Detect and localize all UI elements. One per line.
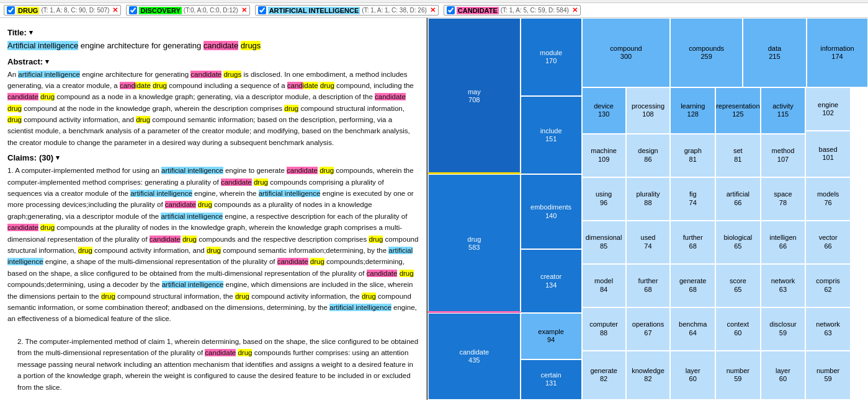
kw-chip-discovery[interactable]: DISCOVERY (T:0, A:0, C:0, D:12) ✕ (126, 5, 249, 15)
cell-count-disclosur: 59 (779, 329, 787, 337)
treemap-cell-network[interactable]: network 63 (761, 264, 806, 307)
treemap-cell-representation[interactable]: representation 125 (715, 87, 761, 134)
cell-label-models: models (817, 190, 839, 198)
ai-highlight: Artificial intelligence (7, 41, 78, 50)
treemap-cell-data[interactable]: data 215 (743, 18, 807, 87)
treemap-cell-layer2[interactable]: layer 60 (761, 351, 806, 400)
abstract-chevron[interactable]: ▾ (45, 58, 49, 66)
treemap-cell-may[interactable]: may 708 (428, 18, 521, 174)
cell-count-models: 76 (824, 199, 831, 207)
kw-chip-candidate[interactable]: CANDIDATE (T: 1, A: 5, C: 59, D: 584) ✕ (444, 5, 581, 15)
treemap-cell-knowledge[interactable]: knowledge 82 (626, 351, 671, 400)
treemap-cell-used[interactable]: used 74 (626, 221, 671, 264)
kw-chip-drug[interactable]: DRUG (T: 1, A: 8, C: 90, D: 507) ✕ (4, 5, 121, 15)
treemap-cell-layer[interactable]: layer 60 (670, 351, 715, 400)
claims-chevron[interactable]: ▾ (56, 154, 60, 162)
treemap-cell-generate2[interactable]: generate 68 (670, 264, 715, 307)
treemap-cell-further2[interactable]: further 68 (670, 221, 715, 264)
treemap-cell-vector[interactable]: vector 66 (805, 221, 851, 264)
cell-label-using: using (596, 190, 612, 198)
treemap-cell-learning[interactable]: learning 128 (670, 87, 715, 134)
cell-count-fig: 74 (689, 199, 697, 207)
kw-close-discovery[interactable]: ✕ (241, 6, 247, 14)
treemap-cell-compound[interactable]: compound 300 (582, 18, 671, 87)
cell-label-disclosur: disclosur (769, 320, 796, 328)
treemap-cell-machine[interactable]: machine 109 (582, 134, 626, 177)
cell-count-space: 78 (779, 199, 787, 207)
treemap-cell-space[interactable]: space 78 (761, 177, 806, 221)
treemap-cell-models[interactable]: models 76 (805, 177, 851, 221)
cell-count-graph: 81 (689, 156, 697, 164)
kw-detail-discovery: (T:0, A:0, C:0, D:12) (184, 7, 238, 14)
cell-count-further2: 68 (689, 242, 697, 250)
kw-close-artificial_intelligence[interactable]: ✕ (430, 6, 436, 14)
kw-checkbox-candidate[interactable] (447, 6, 455, 14)
cell-count-processing: 108 (642, 110, 653, 118)
treemap-cell-compounds[interactable]: compounds 259 (670, 18, 742, 87)
treemap-cell-graph[interactable]: graph 81 (670, 134, 715, 177)
treemap-cell-fig[interactable]: fig 74 (670, 177, 715, 221)
kw-checkbox-discovery[interactable] (129, 6, 137, 14)
cell-label-activity: activity (772, 102, 794, 110)
treemap-cell-creator[interactable]: creator 134 (521, 249, 582, 313)
treemap-cell-operations[interactable]: operations 67 (626, 307, 671, 351)
cell-label-design: design (638, 147, 658, 155)
cell-label-candidate: candidate (459, 348, 489, 356)
treemap-cell-context[interactable]: context 60 (715, 307, 761, 351)
treemap-cell-artificial[interactable]: artificial 66 (715, 177, 761, 221)
cell-label-dimensional: dimensional (586, 234, 622, 242)
treemap-container[interactable]: may 708 drug 583 candidate 435 module 17… (428, 18, 868, 400)
cell-label-knowledge: knowledge (632, 367, 664, 375)
treemap-cell-compris[interactable]: compris 62 (805, 264, 851, 307)
cell-label-plurality: plurality (637, 190, 660, 198)
title-chevron[interactable]: ▾ (29, 29, 33, 37)
kw-label-artificial_intelligence: ARTIFICIAL INTELLIGENCE (268, 7, 360, 14)
cell-count-computer: 88 (600, 329, 607, 337)
treemap-cell-computer[interactable]: computer 88 (582, 307, 626, 351)
cell-label-processing: processing (632, 102, 664, 110)
treemap-cell-include[interactable]: include 151 (521, 96, 582, 174)
kw-checkbox-drug[interactable] (7, 6, 15, 14)
kw-close-drug[interactable]: ✕ (112, 6, 118, 14)
cell-count-engine: 102 (822, 109, 833, 117)
treemap-cell-drug[interactable]: drug 583 (428, 174, 521, 313)
treemap-cell-information[interactable]: information 174 (807, 18, 868, 87)
treemap-cell-embodiments[interactable]: embodiments 140 (521, 174, 582, 249)
treemap-cell-set[interactable]: set 81 (715, 134, 761, 177)
kw-chip-artificial_intelligence[interactable]: ARTIFICIAL INTELLIGENCE (T: 1, A: 1, C: … (255, 5, 439, 15)
treemap-cell-dimensional[interactable]: dimensional 85 (582, 221, 626, 264)
treemap-cell-disclosur[interactable]: disclosur 59 (761, 307, 806, 351)
claims-label: Claims: (7, 153, 37, 162)
treemap-cell-design[interactable]: design 86 (626, 134, 671, 177)
treemap-cell-activity[interactable]: activity 115 (761, 87, 806, 134)
treemap-cell-number2[interactable]: number 59 (805, 351, 851, 400)
kw-checkbox-artificial_intelligence[interactable] (258, 6, 266, 14)
treemap-cell-certain[interactable]: certain 131 (521, 359, 582, 400)
cell-count-information: 174 (831, 53, 843, 61)
treemap-cell-module[interactable]: module 170 (521, 18, 582, 96)
treemap-cell-device[interactable]: device 130 (582, 87, 626, 134)
treemap-cell-example[interactable]: example 94 (521, 313, 582, 359)
treemap-cell-using[interactable]: using 96 (582, 177, 626, 221)
treemap-cell-method[interactable]: method 107 (761, 134, 806, 177)
cell-count-plurality: 88 (644, 199, 651, 207)
cell-count-embodiments: 140 (545, 212, 557, 220)
treemap-cell-intelligen[interactable]: intelligen 66 (761, 221, 806, 264)
treemap-cell-benchma[interactable]: benchma 64 (670, 307, 715, 351)
treemap-cell-model[interactable]: model 84 (582, 264, 626, 307)
treemap-cell-number[interactable]: number 59 (715, 351, 761, 400)
treemap-cell-generate[interactable]: generate 82 (582, 351, 626, 400)
kw-detail-candidate: (T: 1, A: 5, C: 59, D: 584) (501, 7, 569, 14)
treemap-cell-score[interactable]: score 65 (715, 264, 761, 307)
treemap-cell-biological[interactable]: biological 65 (715, 221, 761, 264)
treemap-cell-processing[interactable]: processing 108 (626, 87, 671, 134)
kw-close-candidate[interactable]: ✕ (572, 6, 578, 14)
treemap-cell-network2[interactable]: network 63 (805, 307, 851, 351)
treemap-cell-candidate[interactable]: candidate 435 (428, 313, 521, 400)
cell-label-layer: layer (686, 367, 700, 375)
treemap-cell-further[interactable]: further 68 (626, 264, 671, 307)
treemap-cell-engine[interactable]: engine 102 (805, 87, 851, 131)
treemap-cell-based[interactable]: based 101 (805, 131, 851, 177)
treemap-cell-plurality[interactable]: plurality 88 (626, 177, 671, 221)
cell-label-include: include (540, 127, 562, 135)
